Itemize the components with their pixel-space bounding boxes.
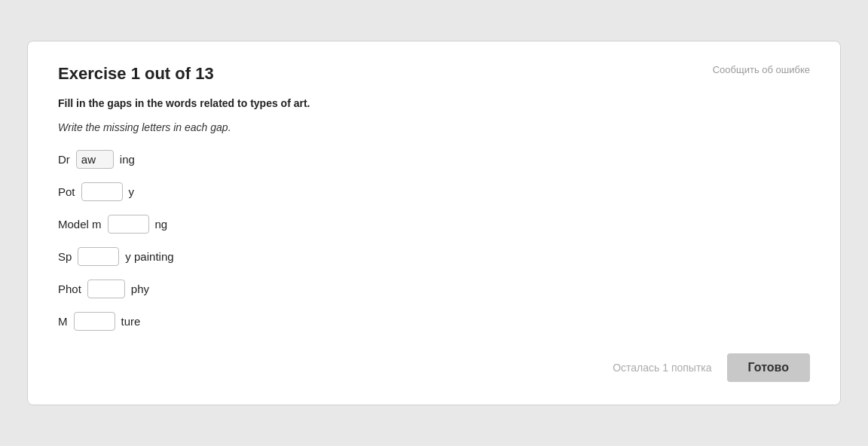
exercise-row: Photphy — [58, 280, 810, 298]
exercise-row: Mture — [58, 312, 810, 331]
exercise-card: Exercise 1 out of 13 Сообщить об ошибке … — [27, 41, 841, 405]
gap-input-pottery[interactable] — [81, 182, 123, 201]
report-link[interactable]: Сообщить об ошибке — [713, 64, 810, 75]
instruction-italic: Write the missing letters in each gap. — [58, 121, 810, 133]
gap-input-draw[interactable] — [76, 150, 114, 169]
word-suffix: phy — [131, 283, 149, 295]
exercise-row: Spy painting — [58, 247, 810, 266]
instruction-bold: Fill in the gaps in the words related to… — [58, 97, 810, 109]
word-suffix: ing — [120, 153, 135, 166]
exercise-row: Dring — [58, 150, 810, 169]
exercise-row: Poty — [58, 182, 810, 201]
submit-button[interactable]: Готово — [727, 353, 810, 382]
word-prefix: M — [58, 315, 68, 328]
word-suffix: ture — [121, 315, 141, 328]
word-prefix: Model m — [58, 218, 102, 231]
word-prefix: Sp — [58, 250, 72, 263]
word-suffix: ng — [155, 218, 168, 231]
gap-input-modelling[interactable] — [108, 215, 149, 234]
word-suffix: y — [129, 185, 135, 198]
gap-input-spray[interactable] — [78, 247, 119, 266]
word-prefix: Phot — [58, 283, 81, 295]
card-footer: Осталась 1 попытка Готово — [58, 353, 810, 382]
word-suffix: y painting — [125, 250, 173, 263]
exercise-title: Exercise 1 out of 13 — [58, 64, 214, 84]
exercise-rows: DringPotyModel mngSpy paintingPhotphyMtu… — [58, 150, 810, 331]
word-prefix: Pot — [58, 185, 75, 198]
card-header: Exercise 1 out of 13 Сообщить об ошибке — [58, 64, 810, 84]
exercise-row: Model mng — [58, 215, 810, 234]
word-prefix: Dr — [58, 153, 70, 166]
gap-input-miniature[interactable] — [74, 312, 115, 331]
gap-input-photography[interactable] — [87, 280, 125, 298]
attempts-text: Осталась 1 попытка — [613, 362, 711, 374]
